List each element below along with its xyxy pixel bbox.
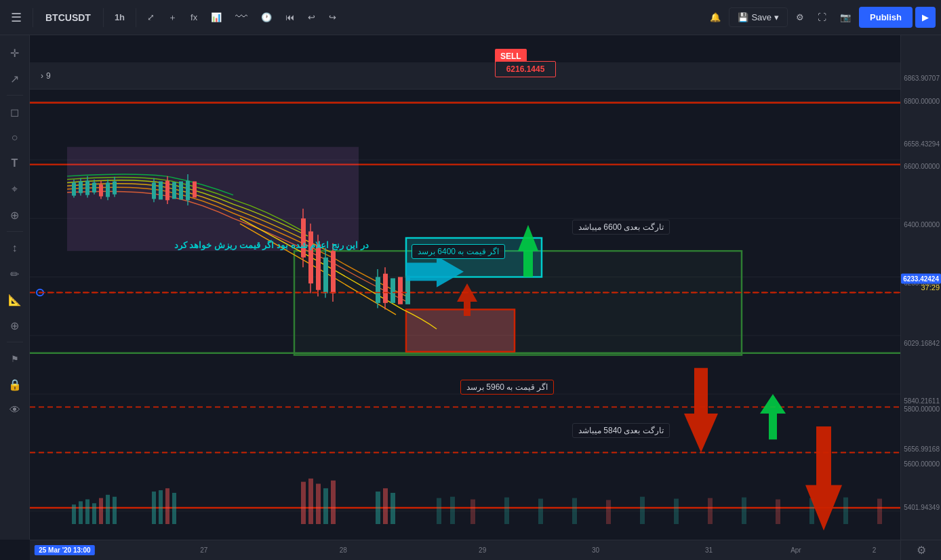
symbol-label: BTCUSDT xyxy=(39,8,98,27)
play-button[interactable]: ▶ xyxy=(915,7,936,28)
svg-marker-99 xyxy=(760,394,786,439)
clock-icon: 🕐 xyxy=(261,12,272,22)
svg-rect-93 xyxy=(877,499,882,524)
zoom-tool-button[interactable]: ⊕ xyxy=(3,313,27,338)
top-toolbar: ☰ BTCUSDT 1h ⤢ ＋ fx 📊 〰 🕐 ⏮ ↩ ↪ 🔔 💾 Save… xyxy=(0,0,941,35)
sell-label: SELL xyxy=(500,52,521,61)
chart-text-annotation: در این رنج اعلام شده بود اگر قیمت ریزش خ… xyxy=(111,239,369,252)
price-level-6400: 6400.00000 xyxy=(904,221,940,228)
clock-button[interactable]: 🕐 xyxy=(256,8,277,26)
svg-rect-89 xyxy=(742,498,746,524)
screenshot-button[interactable]: 📷 xyxy=(835,8,856,26)
crosshair-tool-button[interactable]: ✛ xyxy=(3,41,27,65)
label-5960: اگر قیمت به 5960 برسد xyxy=(460,380,554,395)
price-level-timer: 37:29 xyxy=(921,283,940,292)
chevron-down-icon: ▾ xyxy=(774,12,779,22)
svg-marker-97 xyxy=(684,368,718,453)
svg-rect-80 xyxy=(450,497,455,524)
svg-rect-35 xyxy=(159,182,163,200)
ruler-tool-button[interactable]: 📐 xyxy=(3,287,27,312)
svg-rect-17 xyxy=(406,309,515,351)
play-icon: ▶ xyxy=(922,12,929,22)
svg-rect-78 xyxy=(391,493,395,524)
price-level-5656: 5656.99168 xyxy=(904,445,940,453)
eye-tool-button[interactable]: 👁 xyxy=(3,398,27,422)
svg-rect-67 xyxy=(152,492,156,524)
alert-button[interactable]: 🔔 xyxy=(704,8,726,26)
svg-rect-90 xyxy=(776,500,780,524)
left-sep-3 xyxy=(7,342,23,342)
publish-button[interactable]: Publish xyxy=(859,7,913,28)
fx-button[interactable]: fx xyxy=(185,8,203,26)
redo-button[interactable]: ↪ xyxy=(323,8,342,26)
line-chart-button[interactable]: 〰 xyxy=(230,6,253,28)
line-chart-icon: 〰 xyxy=(235,10,247,24)
gann-tool-button[interactable]: ⊕ xyxy=(3,203,27,227)
position-tool-button[interactable]: ↕ xyxy=(3,236,27,260)
redo-icon: ↪ xyxy=(329,12,336,22)
rewind-icon: ⏮ xyxy=(285,12,294,22)
current-price-axis-badge: 6233.42424 xyxy=(901,274,941,284)
fx-icon: fx xyxy=(191,12,197,22)
compare-button[interactable]: ⤢ xyxy=(142,8,160,26)
measurement-tool-button[interactable]: ⌖ xyxy=(3,177,27,201)
timeline-label-27: 27 xyxy=(200,546,207,554)
bar-chart-icon: 📊 xyxy=(211,12,222,22)
text-tool-button[interactable]: T xyxy=(3,151,27,176)
svg-rect-63 xyxy=(92,503,96,524)
label-6400: اگر قیمت به 6400 برسد xyxy=(412,244,505,259)
undo-icon: ↩ xyxy=(308,12,315,22)
svg-rect-85 xyxy=(606,500,611,523)
chart-settings-button[interactable]: ⚙ xyxy=(909,538,934,561)
undo-button[interactable]: ↩ xyxy=(302,8,321,26)
left-sep-1 xyxy=(7,95,23,96)
arrow-tool-button[interactable]: ↗ xyxy=(3,66,27,91)
svg-rect-74 xyxy=(323,488,328,524)
svg-rect-42 xyxy=(193,182,197,198)
settings-button[interactable]: ⚙ xyxy=(790,8,809,26)
svg-rect-81 xyxy=(470,500,475,524)
label-6600: تارگت بعدی 6600 میباشد xyxy=(572,220,670,235)
svg-rect-92 xyxy=(843,498,848,524)
svg-rect-60 xyxy=(72,504,76,524)
rectangle-tool-button[interactable]: ◻ xyxy=(3,100,27,124)
svg-rect-71 xyxy=(301,482,306,524)
price-level-6600: 6600.00000 xyxy=(904,163,940,170)
timeline-label-31: 31 xyxy=(705,546,713,554)
bottom-settings: ⚙ xyxy=(900,540,941,560)
interval-button[interactable]: 1h xyxy=(109,8,130,26)
svg-rect-86 xyxy=(640,497,645,524)
sell-price-value: 6216.1445 xyxy=(506,64,545,74)
menu-button[interactable]: ☰ xyxy=(5,6,27,29)
fullscreen-button[interactable]: ⛶ xyxy=(812,8,832,26)
chart-svg xyxy=(30,62,900,540)
price-axis: 6863.90707 6800.00000 6658.43294 6600.00… xyxy=(900,35,941,540)
svg-rect-57 xyxy=(391,278,395,302)
timeline-label-30: 30 xyxy=(592,546,599,554)
collapse-panel-button[interactable]: › 9 xyxy=(35,68,56,83)
chevron-right-icon: › xyxy=(41,71,43,81)
flag-tool-button[interactable]: ⚑ xyxy=(3,346,27,371)
sell-price-badge: 6216.1445 xyxy=(495,61,556,77)
svg-rect-73 xyxy=(316,484,321,524)
left-sep-2 xyxy=(7,231,23,232)
save-icon: 💾 xyxy=(738,12,748,22)
save-button[interactable]: 💾 Save ▾ xyxy=(729,7,788,27)
lock-tool-button[interactable]: 🔒 xyxy=(3,372,27,397)
price-level-6863: 6863.90707 xyxy=(904,75,940,82)
svg-rect-65 xyxy=(106,495,110,524)
price-level-5800: 5800.00000 xyxy=(904,405,940,412)
svg-rect-72 xyxy=(308,479,313,524)
ellipse-tool-button[interactable]: ○ xyxy=(3,125,27,150)
add-indicator-button[interactable]: ＋ xyxy=(163,7,182,28)
timeline: 25 Mar '20 13:00 27 28 29 30 31 Apr 2 xyxy=(30,540,900,560)
bar-chart-button[interactable]: 📊 xyxy=(205,8,227,26)
svg-rect-58 xyxy=(398,277,403,304)
left-toolbar: ✛ ↗ ◻ ○ T ⌖ ⊕ ↕ ✏ 📐 ⊕ ⚑ 🔒 👁 xyxy=(0,35,30,540)
rewind-button[interactable]: ⏮ xyxy=(280,8,300,26)
svg-rect-61 xyxy=(79,501,83,524)
drawing-toolbar: › 9 xyxy=(30,62,900,89)
timeline-label-28: 28 xyxy=(340,546,347,554)
pencil-tool-button[interactable]: ✏ xyxy=(3,262,27,286)
price-level-5840: 5840.21611 xyxy=(904,397,940,405)
